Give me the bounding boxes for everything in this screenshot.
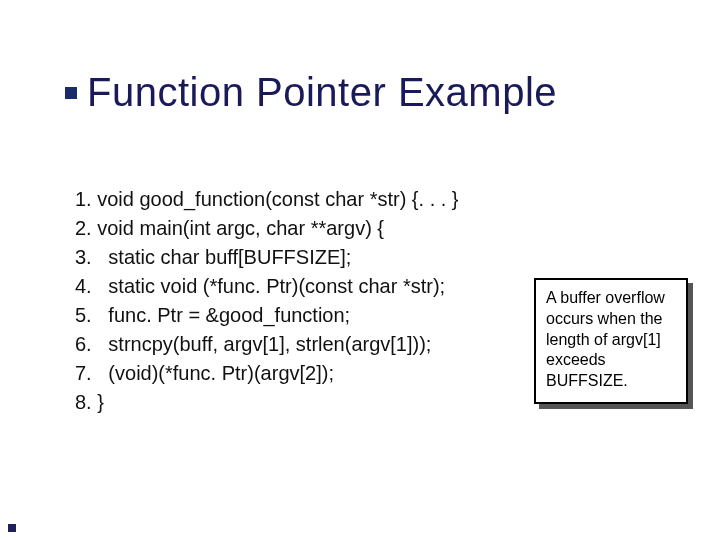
callout-box: A buffer overflow occurs when the length… [534,278,688,404]
code-line: 1. void good_function(const char *str) {… [75,185,575,214]
code-line: 4. static void (*func. Ptr)(const char *… [75,272,575,301]
code-line: 2. void main(int argc, char **argv) { [75,214,575,243]
corner-dot-icon [8,524,16,532]
code-line: 5. func. Ptr = &good_function; [75,301,575,330]
slide: Function Pointer Example 1. void good_fu… [0,0,720,540]
title-row: Function Pointer Example [65,70,557,115]
code-line: 7. (void)(*func. Ptr)(argv[2]); [75,359,575,388]
code-line: 8. } [75,388,575,417]
code-line: 3. static char buff[BUFFSIZE]; [75,243,575,272]
slide-title: Function Pointer Example [87,70,557,115]
code-block: 1. void good_function(const char *str) {… [75,185,575,417]
callout-text: A buffer overflow occurs when the length… [546,289,665,389]
code-line: 6. strncpy(buff, argv[1], strlen(argv[1]… [75,330,575,359]
accent-square-icon [65,87,77,99]
